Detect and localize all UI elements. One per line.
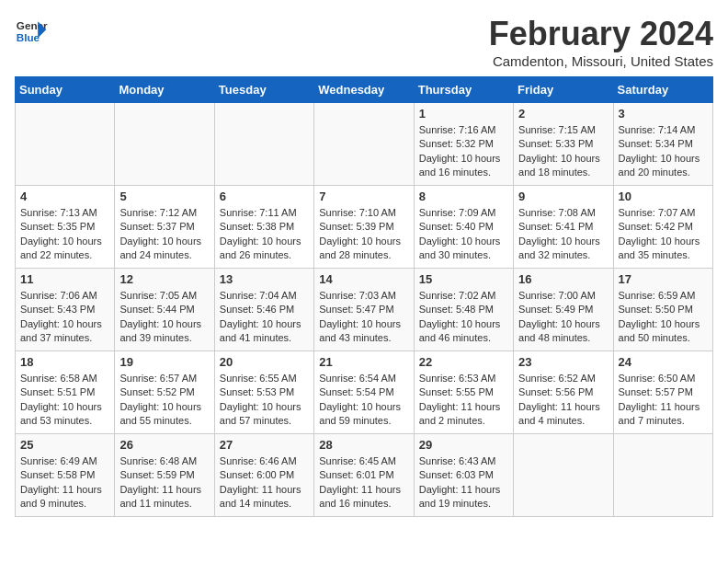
calendar-cell: 21Sunrise: 6:54 AM Sunset: 5:54 PM Dayli… (314, 351, 414, 434)
calendar-cell (115, 103, 214, 186)
day-info: Sunrise: 6:43 AM Sunset: 6:03 PM Dayligh… (419, 454, 508, 511)
calendar-cell: 12Sunrise: 7:05 AM Sunset: 5:44 PM Dayli… (115, 269, 214, 351)
day-number: 29 (419, 438, 508, 452)
week-row-2: 11Sunrise: 7:06 AM Sunset: 5:43 PM Dayli… (16, 269, 713, 351)
week-row-0: 1Sunrise: 7:16 AM Sunset: 5:32 PM Daylig… (16, 103, 713, 186)
day-number: 11 (20, 272, 109, 286)
day-number: 6 (220, 190, 309, 203)
calendar-cell: 24Sunrise: 6:50 AM Sunset: 5:57 PM Dayli… (613, 351, 712, 434)
calendar-cell: 29Sunrise: 6:43 AM Sunset: 6:03 PM Dayli… (414, 434, 513, 517)
day-number: 10 (619, 190, 708, 203)
calendar-cell: 14Sunrise: 7:03 AM Sunset: 5:47 PM Dayli… (314, 269, 414, 351)
day-info: Sunrise: 6:50 AM Sunset: 5:57 PM Dayligh… (619, 372, 708, 429)
day-info: Sunrise: 7:04 AM Sunset: 5:46 PM Dayligh… (220, 289, 309, 346)
day-info: Sunrise: 6:48 AM Sunset: 5:59 PM Dayligh… (119, 454, 209, 511)
day-info: Sunrise: 7:05 AM Sunset: 5:44 PM Dayligh… (119, 289, 209, 346)
calendar-cell: 26Sunrise: 6:48 AM Sunset: 5:59 PM Dayli… (115, 434, 214, 517)
calendar-cell: 23Sunrise: 6:52 AM Sunset: 5:56 PM Dayli… (514, 351, 613, 434)
calendar-cell: 5Sunrise: 7:12 AM Sunset: 5:37 PM Daylig… (115, 186, 214, 269)
day-number: 25 (20, 438, 109, 452)
day-info: Sunrise: 7:09 AM Sunset: 5:40 PM Dayligh… (419, 206, 508, 263)
day-number: 2 (518, 107, 608, 121)
calendar-cell (314, 103, 414, 186)
week-row-3: 18Sunrise: 6:58 AM Sunset: 5:51 PM Dayli… (16, 351, 713, 434)
calendar-cell: 20Sunrise: 6:55 AM Sunset: 5:53 PM Dayli… (214, 351, 313, 434)
day-info: Sunrise: 7:03 AM Sunset: 5:47 PM Dayligh… (319, 289, 408, 346)
calendar-cell: 9Sunrise: 7:08 AM Sunset: 5:41 PM Daylig… (514, 186, 613, 269)
calendar-cell: 27Sunrise: 6:46 AM Sunset: 6:00 PM Dayli… (214, 434, 313, 517)
month-title: February 2024 (489, 15, 713, 53)
logo-icon: General Blue (15, 15, 48, 48)
day-info: Sunrise: 7:10 AM Sunset: 5:39 PM Dayligh… (319, 206, 408, 263)
day-info: Sunrise: 7:06 AM Sunset: 5:43 PM Dayligh… (20, 289, 109, 346)
day-number: 19 (119, 355, 209, 369)
day-info: Sunrise: 7:11 AM Sunset: 5:38 PM Dayligh… (220, 206, 309, 263)
calendar-cell (613, 434, 712, 517)
header-cell-tuesday: Tuesday (214, 77, 313, 103)
calendar-table: SundayMondayTuesdayWednesdayThursdayFrid… (15, 76, 713, 517)
header-cell-friday: Friday (514, 77, 613, 103)
calendar-cell: 28Sunrise: 6:45 AM Sunset: 6:01 PM Dayli… (314, 434, 414, 517)
day-info: Sunrise: 6:59 AM Sunset: 5:50 PM Dayligh… (619, 289, 708, 346)
day-number: 4 (20, 190, 109, 203)
calendar-header: SundayMondayTuesdayWednesdayThursdayFrid… (16, 77, 713, 103)
calendar-cell: 11Sunrise: 7:06 AM Sunset: 5:43 PM Dayli… (16, 269, 115, 351)
day-info: Sunrise: 6:58 AM Sunset: 5:51 PM Dayligh… (20, 372, 109, 429)
header-cell-saturday: Saturday (613, 77, 712, 103)
day-info: Sunrise: 7:07 AM Sunset: 5:42 PM Dayligh… (619, 206, 708, 263)
day-number: 26 (119, 438, 209, 452)
calendar-cell: 25Sunrise: 6:49 AM Sunset: 5:58 PM Dayli… (16, 434, 115, 517)
header-row: SundayMondayTuesdayWednesdayThursdayFrid… (16, 77, 713, 103)
day-number: 1 (419, 107, 508, 121)
calendar-cell: 7Sunrise: 7:10 AM Sunset: 5:39 PM Daylig… (314, 186, 414, 269)
day-info: Sunrise: 6:55 AM Sunset: 5:53 PM Dayligh… (220, 372, 309, 429)
day-info: Sunrise: 6:45 AM Sunset: 6:01 PM Dayligh… (319, 454, 408, 511)
day-info: Sunrise: 6:53 AM Sunset: 5:55 PM Dayligh… (419, 372, 508, 429)
day-info: Sunrise: 7:02 AM Sunset: 5:48 PM Dayligh… (419, 289, 508, 346)
location: Camdenton, Missouri, United States (489, 53, 713, 69)
header: General Blue February 2024 Camdenton, Mi… (15, 15, 713, 69)
day-number: 7 (319, 190, 408, 203)
day-number: 9 (518, 190, 608, 203)
day-number: 27 (220, 438, 309, 452)
header-cell-thursday: Thursday (414, 77, 513, 103)
day-number: 12 (119, 272, 209, 286)
calendar-cell: 16Sunrise: 7:00 AM Sunset: 5:49 PM Dayli… (514, 269, 613, 351)
header-cell-sunday: Sunday (16, 77, 115, 103)
day-info: Sunrise: 7:16 AM Sunset: 5:32 PM Dayligh… (419, 123, 508, 180)
day-number: 20 (220, 355, 309, 369)
calendar-body: 1Sunrise: 7:16 AM Sunset: 5:32 PM Daylig… (16, 103, 713, 517)
day-info: Sunrise: 7:13 AM Sunset: 5:35 PM Dayligh… (20, 206, 109, 263)
day-number: 18 (20, 355, 109, 369)
day-number: 13 (220, 272, 309, 286)
day-info: Sunrise: 6:49 AM Sunset: 5:58 PM Dayligh… (20, 454, 109, 511)
calendar-cell (214, 103, 313, 186)
day-info: Sunrise: 6:52 AM Sunset: 5:56 PM Dayligh… (518, 372, 608, 429)
calendar-cell: 13Sunrise: 7:04 AM Sunset: 5:46 PM Dayli… (214, 269, 313, 351)
day-number: 21 (319, 355, 408, 369)
calendar-cell: 18Sunrise: 6:58 AM Sunset: 5:51 PM Dayli… (16, 351, 115, 434)
day-number: 17 (619, 272, 708, 286)
day-info: Sunrise: 7:14 AM Sunset: 5:34 PM Dayligh… (619, 123, 708, 180)
calendar-cell (514, 434, 613, 517)
calendar-cell: 4Sunrise: 7:13 AM Sunset: 5:35 PM Daylig… (16, 186, 115, 269)
week-row-1: 4Sunrise: 7:13 AM Sunset: 5:35 PM Daylig… (16, 186, 713, 269)
calendar-cell: 3Sunrise: 7:14 AM Sunset: 5:34 PM Daylig… (613, 103, 712, 186)
title-area: February 2024 Camdenton, Missouri, Unite… (489, 15, 713, 69)
calendar-cell: 22Sunrise: 6:53 AM Sunset: 5:55 PM Dayli… (414, 351, 513, 434)
calendar-cell: 8Sunrise: 7:09 AM Sunset: 5:40 PM Daylig… (414, 186, 513, 269)
day-number: 24 (619, 355, 708, 369)
day-info: Sunrise: 7:15 AM Sunset: 5:33 PM Dayligh… (518, 123, 608, 180)
calendar-cell: 1Sunrise: 7:16 AM Sunset: 5:32 PM Daylig… (414, 103, 513, 186)
day-number: 16 (518, 272, 608, 286)
day-number: 15 (419, 272, 508, 286)
day-number: 3 (619, 107, 708, 121)
calendar-cell: 10Sunrise: 7:07 AM Sunset: 5:42 PM Dayli… (613, 186, 712, 269)
calendar-cell: 19Sunrise: 6:57 AM Sunset: 5:52 PM Dayli… (115, 351, 214, 434)
day-number: 22 (419, 355, 508, 369)
day-info: Sunrise: 6:54 AM Sunset: 5:54 PM Dayligh… (319, 372, 408, 429)
header-cell-wednesday: Wednesday (314, 77, 414, 103)
calendar-cell: 6Sunrise: 7:11 AM Sunset: 5:38 PM Daylig… (214, 186, 313, 269)
day-info: Sunrise: 7:08 AM Sunset: 5:41 PM Dayligh… (518, 206, 608, 263)
day-number: 8 (419, 190, 508, 203)
